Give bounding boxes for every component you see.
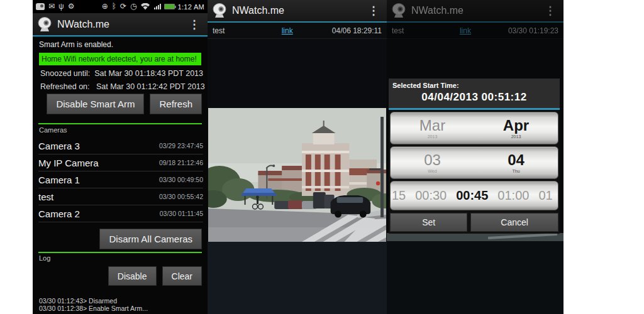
battery-icon xyxy=(164,4,175,9)
panel-snapshot: NWatch.me ⋮ test link 04/06 18:29:11 xyxy=(208,0,387,314)
start-time-dialog: Selected Start Time: 04/04/2013 00:51:12… xyxy=(389,78,560,234)
dimmed-backdrop xyxy=(387,241,564,314)
set-button[interactable]: Set xyxy=(390,213,467,232)
camera-info-row: test link 03/30 01:19:23 xyxy=(387,23,564,39)
log-section-divider xyxy=(38,252,202,253)
time-picker-wheel[interactable]: :15 00:30 00:45 01:00 01 xyxy=(390,181,558,210)
clock-time: 1:12 AM xyxy=(178,3,204,11)
time-option-selected[interactable]: 00:45 xyxy=(456,188,488,203)
screenshot-root: ✉ ψ ⚙ ⊕ ᛒ ⟳ ◷ 1:12 AM NWatch.me xyxy=(0,0,644,314)
webcam-logo-icon xyxy=(391,3,407,19)
smart-arm-status-text: Smart Arm is enabled. xyxy=(39,40,113,49)
alarm-icon: ◷ xyxy=(130,0,136,13)
panel-dashboard: ✉ ψ ⚙ ⊕ ᛒ ⟳ ◷ 1:12 AM NWatch.me xyxy=(33,0,208,314)
month-option-selected[interactable]: Apr 2013 xyxy=(474,112,558,144)
camera-link[interactable]: link xyxy=(441,26,490,35)
camera-row[interactable]: My IP Camera 09/18 21:12:46 xyxy=(38,154,203,171)
log-entry: 03/30 01:12:43> Disarmed xyxy=(39,297,148,305)
snapshot-timestamp: 03/30 01:19:23 xyxy=(490,26,558,35)
smart-arm-button-row: Disable Smart Arm Refresh xyxy=(47,94,202,114)
month-picker-wheel[interactable]: Mar 2013 Apr 2013 xyxy=(390,112,558,144)
day-option-selected[interactable]: 04 Thu xyxy=(474,147,558,178)
log-entry: 03/30 01:12:38> Enable Smart Arm... xyxy=(39,305,148,312)
signal-strength-icon xyxy=(154,4,161,9)
dialog-title: Selected Start Time: xyxy=(392,82,556,89)
snapshot-timestamp: 04/06 18:29:11 xyxy=(312,26,382,35)
camera-row[interactable]: Camera 1 03/30 00:49:50 xyxy=(38,171,203,188)
time-option[interactable]: 01:00 xyxy=(497,188,529,203)
camera-name: test xyxy=(392,26,441,35)
time-option[interactable]: 00:30 xyxy=(415,188,447,203)
gps-icon: ⊕ xyxy=(102,0,108,13)
dialog-header: Selected Start Time: 04/04/2013 00:51:12 xyxy=(389,78,560,108)
snoozed-until-row: Snoozed until: Sat Mar 30 01:18:43 PDT 2… xyxy=(40,69,203,78)
camera-name: test xyxy=(213,26,262,35)
bluetooth-icon: ᛒ xyxy=(112,0,116,13)
panel-time-picker: NWatch.me ⋮ test link 03/30 01:19:23 Sel… xyxy=(387,0,564,314)
overflow-menu-icon[interactable]: ⋮ xyxy=(364,5,383,16)
home-wifi-banner: Home Wifi network detected, you are at h… xyxy=(39,53,201,65)
overflow-menu-icon[interactable]: ⋮ xyxy=(185,19,204,30)
time-option[interactable]: :15 xyxy=(390,188,406,203)
snapshot-backdrop xyxy=(208,242,387,314)
camera-row[interactable]: Camera 2 03/30 01:11:45 xyxy=(38,205,203,222)
camera-row[interactable]: test 03/30 00:55:42 xyxy=(38,188,203,205)
camera-list: Camera 3 03/29 23:47:45 My IP Camera 09/… xyxy=(38,138,203,222)
rotation-icon: ⟳ xyxy=(120,0,126,13)
camera-snapshot-image xyxy=(208,108,386,242)
adb-icon: ⚙ xyxy=(68,0,75,13)
app-title-bar: NWatch.me ⋮ xyxy=(208,0,387,23)
usb-icon: ψ xyxy=(58,0,64,13)
app-title-bar: NWatch.me ⋮ xyxy=(33,13,208,36)
dimmed-background: NWatch.me ⋮ test link 03/30 01:19:23 xyxy=(387,0,564,39)
log-button-row: Disable Clear xyxy=(108,266,202,286)
refresh-button[interactable]: Refresh xyxy=(150,94,202,114)
app-title: NWatch.me xyxy=(57,19,185,30)
status-bar: ✉ ψ ⚙ ⊕ ᛒ ⟳ ◷ 1:12 AM xyxy=(33,0,208,13)
gmail-icon: ✉ xyxy=(48,0,55,13)
month-option[interactable]: Mar 2013 xyxy=(391,112,474,144)
day-option[interactable]: 03 Wed xyxy=(391,147,474,178)
dialog-button-row: Set Cancel xyxy=(390,213,558,232)
cameras-section-divider xyxy=(38,123,202,124)
app-title-bar: NWatch.me ⋮ xyxy=(387,0,564,23)
dimmed-photo-strip xyxy=(387,233,564,241)
log-disable-button[interactable]: Disable xyxy=(108,266,157,286)
log-header: Log xyxy=(39,254,50,262)
camera-info-row: test link 04/06 18:29:11 xyxy=(208,23,387,39)
camera-row[interactable]: Camera 3 03/29 23:47:45 xyxy=(38,138,203,154)
refreshed-on-row: Refreshed on: Sat Mar 30 01:12:42 PDT 20… xyxy=(40,82,205,91)
app-notification-icon xyxy=(36,3,45,10)
disable-smart-arm-button[interactable]: Disable Smart Arm xyxy=(47,94,144,114)
log-clear-button[interactable]: Clear xyxy=(162,266,202,286)
cancel-button[interactable]: Cancel xyxy=(470,213,558,232)
camera-link[interactable]: link xyxy=(262,26,312,35)
time-option[interactable]: 01 xyxy=(538,188,552,203)
webcam-logo-icon xyxy=(211,3,228,19)
disarm-button-row: Disarm All Cameras xyxy=(99,229,202,249)
log-entries: 03/30 01:12:43> Disarmed 03/30 01:12:38>… xyxy=(39,297,148,312)
app-title: NWatch.me xyxy=(232,5,364,16)
dialog-accent-line xyxy=(389,108,560,110)
street-scene xyxy=(208,108,386,242)
cameras-header: Cameras xyxy=(39,126,67,134)
day-picker-wheel[interactable]: 03 Wed 04 Thu xyxy=(390,146,558,179)
app-title: NWatch.me xyxy=(411,5,541,16)
disarm-all-cameras-button[interactable]: Disarm All Cameras xyxy=(99,229,202,249)
overflow-menu-icon[interactable]: ⋮ xyxy=(541,5,560,16)
selected-start-time-value: 04/04/2013 00:51:12 xyxy=(392,91,556,104)
webcam-logo-icon xyxy=(36,16,53,33)
wifi-icon xyxy=(141,3,150,10)
